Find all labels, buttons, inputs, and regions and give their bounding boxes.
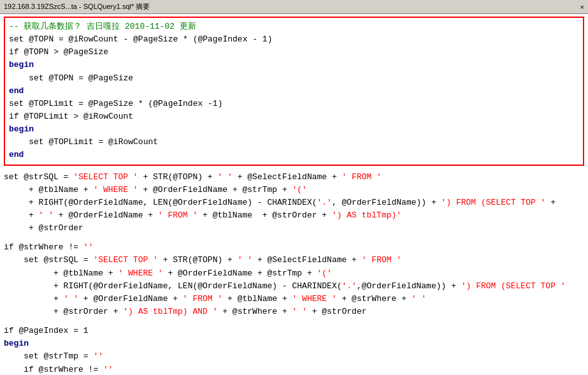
code-line: if @strWhere != '' <box>4 364 584 375</box>
code-line: if @PageIndex = 1 <box>4 325 584 337</box>
code-line: if @strWhere != '' <box>4 241 584 254</box>
code-line: + @tblName + ' WHERE ' + @OrderFieldName… <box>4 267 584 280</box>
code-line: begin <box>4 337 584 350</box>
code-line: set @strSQL = 'SELECT TOP ' + STR(@TOPN)… <box>4 254 584 267</box>
close-button[interactable]: × <box>580 3 584 11</box>
code-line: set @TOPLimit = @PageSize * (@PageIndex … <box>9 98 579 110</box>
highlight-block: -- 获取几条数据？ 吉日嘎拉 2010-11-02 更新set @TOPN =… <box>4 17 584 166</box>
code-gap <box>4 318 584 325</box>
code-line: begin <box>9 123 579 136</box>
code-line: + RIGHT(@OrderFieldName, LEN(@OrderField… <box>4 280 584 293</box>
code-area: -- 获取几条数据？ 吉日嘎拉 2010-11-02 更新set @TOPN =… <box>0 14 588 375</box>
title-bar-text: 192.168.3.19ZSzcS...ta - SQLQuery1.sql* … <box>4 2 150 11</box>
code-line: + ' ' + @OrderFieldName + ' FROM ' + @tb… <box>4 209 584 222</box>
title-bar: 192.168.3.19ZSzcS...ta - SQLQuery1.sql* … <box>0 0 588 14</box>
code-line: if @TOPLimit > @iRowCount <box>9 110 579 123</box>
code-line: end <box>9 149 579 161</box>
code-line: + @tblName + ' WHERE ' + @OrderFieldName… <box>4 184 584 196</box>
code-line: + ' ' + @OrderFieldName + ' FROM ' + @tb… <box>4 293 584 305</box>
code-line: + RIGHT(@OrderFieldName, LEN(@OrderField… <box>4 196 584 209</box>
code-block: set @strSQL = 'SELECT TOP ' + STR(@TOPN)… <box>4 171 584 375</box>
code-line: + @strOrder + ') AS tblTmp) AND ' + @str… <box>4 305 584 318</box>
code-line: + @strOrder <box>4 222 584 235</box>
code-line: set @TOPN = @iRowCount - @PageSize * (@P… <box>9 33 579 46</box>
code-line: set @TOPLimit = @iRowCount <box>9 136 579 149</box>
code-line: set @TOPN = @PageSize <box>9 72 579 85</box>
code-line: set @strTmp = '' <box>4 350 584 363</box>
code-line: -- 获取几条数据？ 吉日嘎拉 2010-11-02 更新 <box>9 20 579 33</box>
code-line: if @TOPN > @PageSize <box>9 46 579 59</box>
code-line: begin <box>9 59 579 71</box>
code-line: set @strSQL = 'SELECT TOP ' + STR(@TOPN)… <box>4 171 584 184</box>
code-gap <box>4 235 584 241</box>
code-line: end <box>9 85 579 98</box>
